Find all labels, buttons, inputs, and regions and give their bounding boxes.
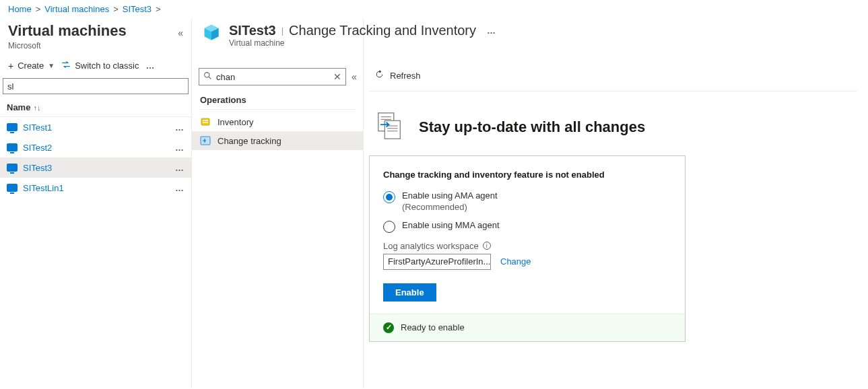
vm-name-link[interactable]: SITest1 bbox=[23, 122, 52, 133]
menu-item-label: Change tracking bbox=[218, 136, 281, 146]
status-bar: ✓ Ready to enable bbox=[370, 314, 685, 341]
vm-icon bbox=[7, 123, 18, 131]
card-heading: Change tracking and inventory feature is… bbox=[383, 170, 671, 180]
menu-item-label: Inventory bbox=[218, 117, 253, 127]
collapse-menu-icon[interactable]: « bbox=[352, 71, 357, 82]
refresh-label: Refresh bbox=[390, 71, 421, 81]
vm-icon bbox=[7, 143, 18, 151]
info-icon[interactable]: i bbox=[483, 242, 491, 250]
status-text: Ready to enable bbox=[401, 322, 465, 332]
vm-row[interactable]: SITest1 … bbox=[0, 117, 191, 137]
chevron-right-icon: > bbox=[113, 4, 119, 14]
vm-panel-subtitle: Microsoft bbox=[0, 40, 191, 56]
vm-filter-input[interactable] bbox=[3, 78, 189, 94]
page-header: SITest3 | Change Tracking and Inventory … bbox=[202, 23, 848, 48]
hero-title: Stay up-to-date with all changes bbox=[419, 118, 645, 136]
content-panel: Refresh Stay up-to-date with all changes bbox=[364, 18, 868, 388]
list-column-header[interactable]: Name ↑↓ bbox=[0, 98, 191, 117]
svg-rect-6 bbox=[203, 120, 208, 121]
change-workspace-link[interactable]: Change bbox=[500, 256, 531, 267]
breadcrumb: Home > Virtual machines > SITest3 > bbox=[0, 0, 868, 18]
more-actions-icon[interactable]: … bbox=[487, 26, 496, 36]
radio-mma-label: Enable using MMA agent bbox=[402, 220, 500, 230]
create-label: Create bbox=[18, 61, 44, 71]
menu-search-field[interactable] bbox=[216, 72, 329, 82]
vm-toolbar: + Create ▼ Switch to classic … bbox=[0, 56, 191, 78]
menu-item-inventory[interactable]: Inventory bbox=[192, 112, 363, 131]
inventory-icon bbox=[200, 116, 211, 127]
row-more-icon[interactable]: … bbox=[175, 143, 185, 153]
clear-search-icon[interactable]: ✕ bbox=[333, 71, 341, 82]
hero: Stay up-to-date with all changes bbox=[374, 110, 857, 143]
changes-illustration-icon bbox=[374, 110, 405, 143]
content-toolbar: Refresh bbox=[369, 57, 857, 92]
collapse-panel-icon[interactable]: « bbox=[178, 22, 183, 38]
sort-asc-icon: ↑↓ bbox=[33, 104, 40, 112]
switch-label: Switch to classic bbox=[75, 61, 139, 71]
row-more-icon[interactable]: … bbox=[175, 122, 185, 133]
page-title: Change Tracking and Inventory bbox=[289, 23, 476, 38]
radio-icon bbox=[383, 221, 395, 233]
workspace-input[interactable]: FirstPartyAzureProfilerIn... bbox=[383, 254, 491, 270]
success-check-icon: ✓ bbox=[383, 322, 394, 333]
plus-icon: + bbox=[8, 61, 13, 71]
vm-resource-icon bbox=[202, 23, 221, 42]
svg-rect-7 bbox=[203, 122, 208, 123]
vm-name-link[interactable]: SITest2 bbox=[23, 143, 52, 153]
column-name-label: Name bbox=[7, 102, 30, 112]
vm-list-panel: Virtual machines « Microsoft + Create ▼ … bbox=[0, 18, 192, 388]
menu-search-input[interactable]: ✕ bbox=[199, 68, 346, 85]
title-separator: | bbox=[281, 26, 283, 36]
toolbar-more-icon[interactable]: … bbox=[146, 61, 156, 71]
radio-ama[interactable]: Enable using AMA agent (Recommended) bbox=[383, 190, 671, 213]
enable-button[interactable]: Enable bbox=[383, 283, 436, 302]
radio-ama-sub: (Recommended) bbox=[402, 202, 467, 212]
refresh-icon bbox=[374, 69, 385, 81]
refresh-button[interactable]: Refresh bbox=[369, 67, 426, 84]
breadcrumb-item-resource[interactable]: SITest3 bbox=[123, 4, 152, 14]
vm-row[interactable]: SITest2 … bbox=[0, 137, 191, 157]
switch-classic-button[interactable]: Switch to classic bbox=[61, 60, 139, 71]
resource-name: SITest3 bbox=[229, 23, 276, 38]
menu-item-change-tracking[interactable]: Change tracking bbox=[192, 131, 363, 150]
vm-icon bbox=[7, 184, 18, 192]
vm-icon bbox=[7, 164, 18, 172]
svg-line-4 bbox=[209, 77, 211, 79]
change-tracking-icon bbox=[200, 135, 211, 146]
vm-row[interactable]: SITestLin1 … bbox=[0, 178, 191, 198]
radio-icon bbox=[383, 191, 395, 203]
enable-card: Change tracking and inventory feature is… bbox=[369, 155, 686, 342]
menu-group-operations: Operations bbox=[192, 91, 363, 108]
row-more-icon[interactable]: … bbox=[175, 183, 185, 193]
resource-menu-panel: ✕ « Operations Inventory Change tracking bbox=[192, 18, 364, 388]
breadcrumb-item-vms[interactable]: Virtual machines bbox=[44, 4, 109, 14]
chevron-right-icon: > bbox=[156, 4, 161, 14]
row-more-icon[interactable]: … bbox=[175, 163, 185, 173]
radio-ama-label: Enable using AMA agent bbox=[402, 190, 498, 201]
vm-name-link[interactable]: SITestLin1 bbox=[23, 183, 64, 193]
chevron-right-icon: > bbox=[36, 4, 41, 14]
chevron-down-icon: ▼ bbox=[48, 62, 55, 69]
create-button[interactable]: + Create ▼ bbox=[8, 61, 55, 71]
vm-list: SITest1 … SITest2 … SITest3 … bbox=[0, 117, 191, 388]
search-icon bbox=[203, 71, 212, 82]
workspace-field-label: Log analytics workspace i bbox=[383, 241, 671, 251]
resource-type-label: Virtual machine bbox=[229, 38, 496, 48]
vm-name-link[interactable]: SITest3 bbox=[23, 163, 52, 173]
divider bbox=[200, 109, 355, 110]
breadcrumb-item-home[interactable]: Home bbox=[8, 4, 32, 14]
svg-point-3 bbox=[205, 73, 209, 77]
vm-row[interactable]: SITest3 … bbox=[0, 157, 191, 178]
vm-panel-title: Virtual machines bbox=[8, 22, 127, 40]
radio-mma[interactable]: Enable using MMA agent bbox=[383, 220, 671, 233]
swap-icon bbox=[61, 60, 71, 71]
